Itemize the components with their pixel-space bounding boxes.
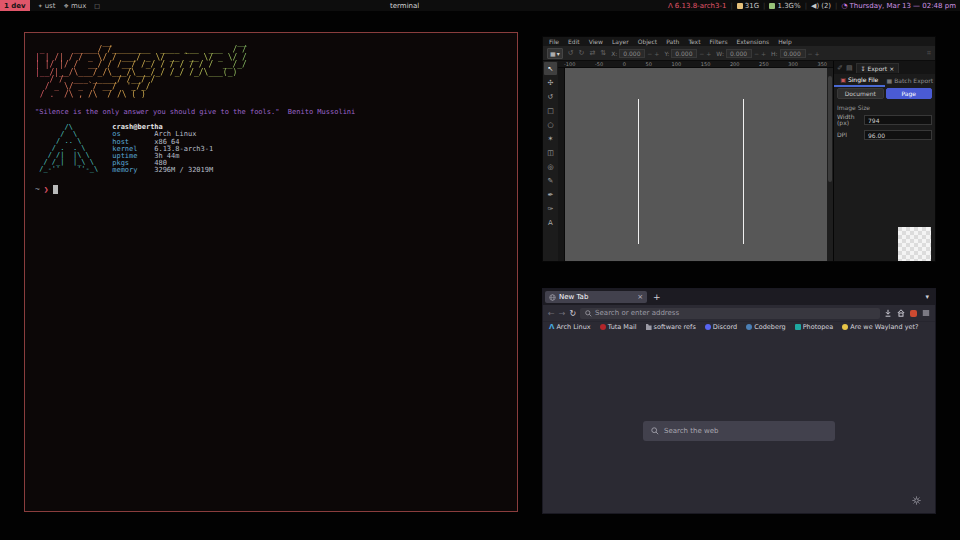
field-value[interactable]: 0.000 <box>671 49 697 58</box>
workspace-active-badge[interactable]: 1 dev <box>0 0 30 11</box>
tab-batch-export[interactable]: ▦ Batch Export <box>885 75 936 86</box>
field-value[interactable]: 0.000 <box>726 49 752 58</box>
menu-layer[interactable]: Layer <box>612 38 629 45</box>
menu-object[interactable]: Object <box>638 38 658 45</box>
decrement-button[interactable]: − <box>699 50 704 57</box>
workspace-item[interactable]: □ <box>94 2 100 10</box>
field-value[interactable]: 0.000 <box>780 49 806 58</box>
pencil-tool[interactable]: ✎ <box>544 174 557 187</box>
arch-ascii-logo: /\ / \ / .. \ / . . \ / /| |\ \ / /_| |_… <box>35 124 98 174</box>
downloads-icon[interactable] <box>884 309 892 317</box>
bookmark-item[interactable]: Discord <box>705 323 737 331</box>
scrollbar-thumb[interactable] <box>828 76 832 182</box>
menu-file[interactable]: File <box>549 38 559 45</box>
geometry-field-w: W:0.000−+ <box>716 49 766 58</box>
batch-export-label: Batch Export <box>894 77 933 84</box>
shell-prompt[interactable]: ~ ❯ <box>35 185 507 194</box>
ublock-extension-icon[interactable] <box>910 310 917 317</box>
menu-edit[interactable]: Edit <box>568 38 580 45</box>
chevron-down-icon: ▾ <box>557 50 560 57</box>
bookmark-item[interactable]: Tuta Mail <box>600 323 637 331</box>
active-tab[interactable]: New Tab × <box>545 291 647 303</box>
canvas-zone: -100-50050100150200250300350 <box>558 61 833 261</box>
layers-dialog-icon[interactable]: ▤ <box>846 64 853 72</box>
rectangle-tool[interactable]: □ <box>544 104 557 117</box>
calligraphy-tool[interactable]: ✑ <box>544 202 557 215</box>
shape-builder-tool[interactable]: ↺ <box>544 90 557 103</box>
increment-button[interactable]: + <box>761 50 766 57</box>
ruler-tick: 100 <box>672 61 682 67</box>
menu-hamburger-icon[interactable] <box>922 309 930 317</box>
decrement-button[interactable]: − <box>647 50 652 57</box>
bookmark-label: Are we Wayland yet? <box>850 323 918 331</box>
fill-stroke-dialog-icon[interactable]: ✐ <box>837 64 843 72</box>
increment-button[interactable]: + <box>706 50 711 57</box>
page-scope-button[interactable]: Page <box>886 88 933 99</box>
bookmark-item[interactable]: ΛArch Linux <box>549 323 591 331</box>
export-dialog-tab[interactable]: ↧ Export × <box>856 63 900 73</box>
star-tool[interactable]: ✶ <box>544 132 557 145</box>
web-search-input[interactable]: Search the web <box>643 421 835 441</box>
globe-icon <box>549 294 556 301</box>
snap-controls-icon[interactable]: ⌗ <box>927 49 931 57</box>
flip-horizontal-icon[interactable]: ⇄ <box>589 49 595 57</box>
inkscape-canvas[interactable] <box>565 68 827 261</box>
selector-tool[interactable]: ↖ <box>544 62 557 75</box>
volume-module[interactable]: ◀) (2) <box>811 2 831 10</box>
menu-view[interactable]: View <box>589 38 603 45</box>
menu-path[interactable]: Path <box>666 38 679 45</box>
decrement-button[interactable]: − <box>754 50 759 57</box>
ellipse-tool[interactable]: ○ <box>544 118 557 131</box>
bookmark-label: Codeberg <box>754 323 785 331</box>
width-input[interactable]: 794 <box>864 115 932 125</box>
close-icon[interactable]: × <box>889 65 894 72</box>
bookmark-item[interactable]: Photopea <box>795 323 834 331</box>
workspace-label: ust <box>45 2 56 10</box>
workspace-item[interactable]: ❖mux <box>64 2 87 10</box>
rotate-cw-icon[interactable]: ↻ <box>579 49 585 57</box>
inkscape-menubar: FileEditViewLayerObjectPathTextFiltersEx… <box>543 37 935 46</box>
tab-single-file[interactable]: ▣ Single File <box>834 74 885 87</box>
bookmark-item[interactable]: Codeberg <box>746 323 785 331</box>
search-icon <box>651 427 659 435</box>
page-settings-gear-icon[interactable] <box>912 496 921 505</box>
new-tab-button[interactable]: + <box>653 292 661 302</box>
node-tool[interactable]: ✣ <box>544 76 557 89</box>
tab-close-icon[interactable]: × <box>637 293 643 301</box>
decrement-button[interactable]: − <box>808 50 813 57</box>
menu-help[interactable]: Help <box>778 38 792 45</box>
ruler-tick: 200 <box>730 61 740 67</box>
menu-extensions[interactable]: Extensions <box>737 38 770 45</box>
home-icon[interactable] <box>897 309 905 317</box>
terminal-window[interactable]: __ __ _ _____/ /________ ____ ___ ___ / … <box>24 32 518 512</box>
clock-icon: ◔ <box>841 2 847 10</box>
bookmark-item[interactable]: Are we Wayland yet? <box>842 323 918 331</box>
terminal-cursor <box>53 185 58 194</box>
ruler-tick: -100 <box>564 61 575 67</box>
menu-text[interactable]: Text <box>688 38 700 45</box>
pen-tool[interactable]: ✒ <box>544 188 557 201</box>
forward-button[interactable]: → <box>559 309 566 318</box>
increment-button[interactable]: + <box>654 50 659 57</box>
box3d-tool[interactable]: ◫ <box>544 146 557 159</box>
flip-vertical-icon[interactable]: ⇅ <box>600 49 606 57</box>
back-button[interactable]: ← <box>548 309 555 318</box>
list-tabs-chevron-icon[interactable]: ▾ <box>925 293 933 301</box>
workspace-item[interactable]: ✦ust <box>38 2 56 10</box>
selection-options-dropdown[interactable]: ▦▾ <box>547 48 563 59</box>
field-label: W: <box>716 50 724 57</box>
ruler-tick: 300 <box>788 61 798 67</box>
reload-button[interactable]: ↻ <box>569 309 576 318</box>
bookmark-label: Arch Linux <box>556 323 590 331</box>
spiral-tool[interactable]: ◎ <box>544 160 557 173</box>
separator: | <box>763 2 765 10</box>
dpi-input[interactable]: 96.00 <box>864 130 932 140</box>
url-bar[interactable]: Search or enter address <box>580 308 880 319</box>
rotate-ccw-icon[interactable]: ↺ <box>568 49 574 57</box>
document-scope-button[interactable]: Document <box>837 88 884 99</box>
text-tool[interactable]: A <box>544 216 557 229</box>
increment-button[interactable]: + <box>815 50 820 57</box>
bookmark-item[interactable]: software refs <box>646 323 696 331</box>
field-value[interactable]: 0.000 <box>619 49 645 58</box>
menu-filters[interactable]: Filters <box>710 38 728 45</box>
